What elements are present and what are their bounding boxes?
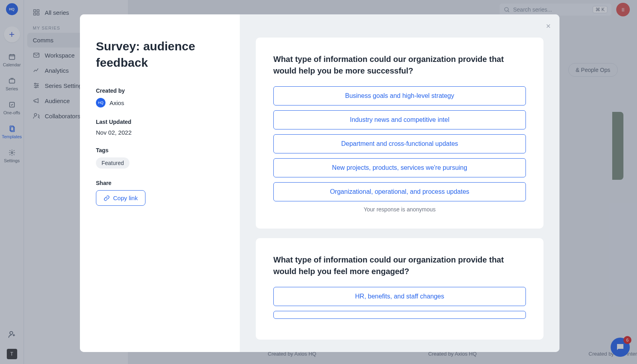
survey-option[interactable]: HR, benefits, and staff changes	[273, 287, 526, 306]
survey-option[interactable]: New projects, products, services we're p…	[273, 158, 526, 177]
survey-option[interactable]: Department and cross-functional updates	[273, 134, 526, 153]
survey-question-2: What type of information could our organ…	[273, 254, 526, 277]
copy-link-label: Copy link	[113, 195, 138, 201]
last-updated-label: Last Updated	[96, 119, 217, 125]
link-icon	[104, 195, 110, 201]
survey-card-1: What type of information could our organ…	[256, 38, 543, 229]
share-block: Share Copy link	[96, 180, 217, 206]
close-icon: ×	[546, 22, 551, 30]
survey-question-1: What type of information could our organ…	[273, 54, 526, 77]
creator-badge: HQ	[96, 98, 106, 107]
tags-label: Tags	[96, 147, 217, 153]
created-by-block: Created by HQ Axios	[96, 88, 217, 107]
template-detail-modal: Survey: audience feedback Created by HQ …	[80, 14, 559, 352]
anonymous-note: Your response is anonymous	[273, 206, 526, 213]
share-label: Share	[96, 180, 217, 186]
survey-option[interactable]	[273, 311, 526, 319]
creator-row: HQ Axios	[96, 98, 217, 107]
survey-card-2: What type of information could our organ…	[256, 238, 543, 340]
tag-featured[interactable]: Featured	[96, 157, 129, 169]
copy-link-button[interactable]: Copy link	[96, 190, 145, 206]
survey-option[interactable]: Business goals and high-level strategy	[273, 86, 526, 105]
last-updated-value: Nov 02, 2022	[96, 129, 217, 136]
created-by-label: Created by	[96, 88, 217, 94]
modal-title: Survey: audience feedback	[96, 38, 217, 71]
modal-preview-panel: × What type of information could our org…	[240, 14, 559, 352]
modal-meta-panel: Survey: audience feedback Created by HQ …	[80, 14, 240, 352]
close-button[interactable]: ×	[546, 22, 551, 31]
last-updated-block: Last Updated Nov 02, 2022	[96, 119, 217, 136]
tags-block: Tags Featured	[96, 147, 217, 169]
survey-option[interactable]: Industry news and competitive intel	[273, 110, 526, 129]
creator-name: Axios	[109, 99, 124, 106]
survey-option[interactable]: Organizational, operational, and process…	[273, 182, 526, 201]
